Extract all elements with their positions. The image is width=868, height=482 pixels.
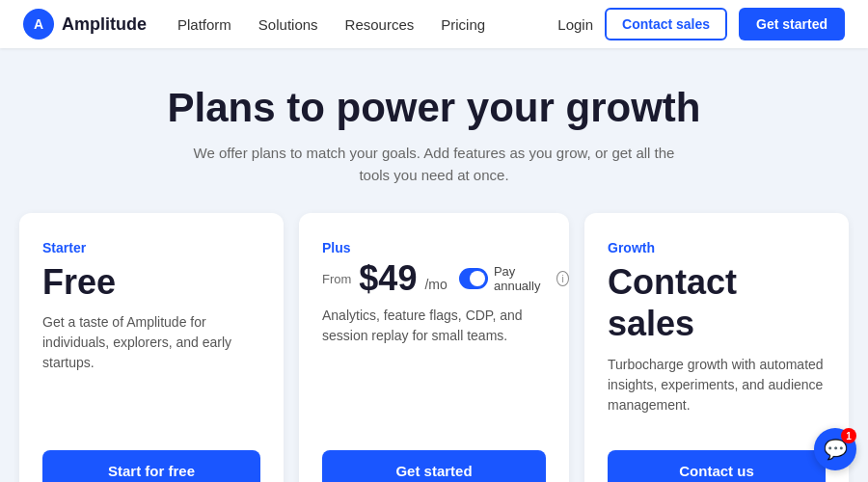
navbar: A Amplitude Platform Solutions Resources…: [0, 0, 868, 48]
card-starter: Starter Free Get a taste of Amplitude fo…: [19, 213, 284, 482]
card-starter-price: Free: [42, 261, 260, 303]
card-growth-description: Turbocharge growth with automated insigh…: [608, 355, 826, 435]
nav-actions: Login Contact sales Get started: [557, 8, 845, 40]
card-growth: Growth Contact sales Turbocharge growth …: [584, 213, 849, 482]
chat-bubble[interactable]: 💬 1: [814, 428, 856, 470]
card-starter-cta[interactable]: Start for free: [42, 450, 260, 482]
nav-link-solutions[interactable]: Solutions: [258, 16, 318, 33]
card-growth-price: Contact sales: [608, 261, 826, 344]
contact-sales-button[interactable]: Contact sales: [605, 8, 727, 40]
hero-title: Plans to power your growth: [19, 85, 849, 131]
nav-link-resources[interactable]: Resources: [345, 16, 415, 33]
nav-link-platform[interactable]: Platform: [177, 16, 231, 33]
card-growth-tier: Growth: [608, 240, 826, 255]
info-icon[interactable]: i: [556, 271, 569, 286]
nav-link-pricing[interactable]: Pricing: [441, 16, 485, 33]
pay-annually-row: Pay annually i: [459, 264, 569, 293]
brand-name: Amplitude: [62, 14, 147, 35]
chat-badge: 1: [841, 428, 856, 443]
card-plus-cta[interactable]: Get started: [322, 450, 546, 482]
pay-annually-label: Pay annually: [494, 264, 551, 293]
login-button[interactable]: Login: [557, 16, 593, 33]
card-plus-amount: $49: [359, 261, 417, 296]
card-plus: Plus From $49 /mo Pay annually i Analyti…: [299, 213, 569, 482]
card-plus-tier: Plus: [322, 240, 546, 255]
logo-icon: A: [23, 9, 54, 40]
card-plus-period: /mo: [424, 277, 447, 292]
card-plus-price-row: From $49 /mo Pay annually i: [322, 261, 546, 296]
hero-subtitle: We offer plans to match your goals. Add …: [193, 143, 675, 186]
card-starter-tier: Starter: [42, 240, 260, 255]
card-starter-description: Get a taste of Amplitude for individuals…: [42, 312, 260, 392]
card-plus-description: Analytics, feature flags, CDP, and sessi…: [322, 306, 546, 365]
nav-links: Platform Solutions Resources Pricing: [177, 16, 557, 33]
pay-annually-toggle[interactable]: [459, 268, 488, 289]
pricing-cards: Starter Free Get a taste of Amplitude fo…: [0, 213, 868, 482]
hero-section: Plans to power your growth We offer plan…: [0, 48, 868, 213]
logo[interactable]: A Amplitude: [23, 9, 147, 40]
get-started-nav-button[interactable]: Get started: [739, 8, 845, 40]
toggle-knob: [470, 271, 485, 286]
card-growth-cta[interactable]: Contact us: [608, 450, 826, 482]
card-plus-from: From: [322, 272, 351, 286]
